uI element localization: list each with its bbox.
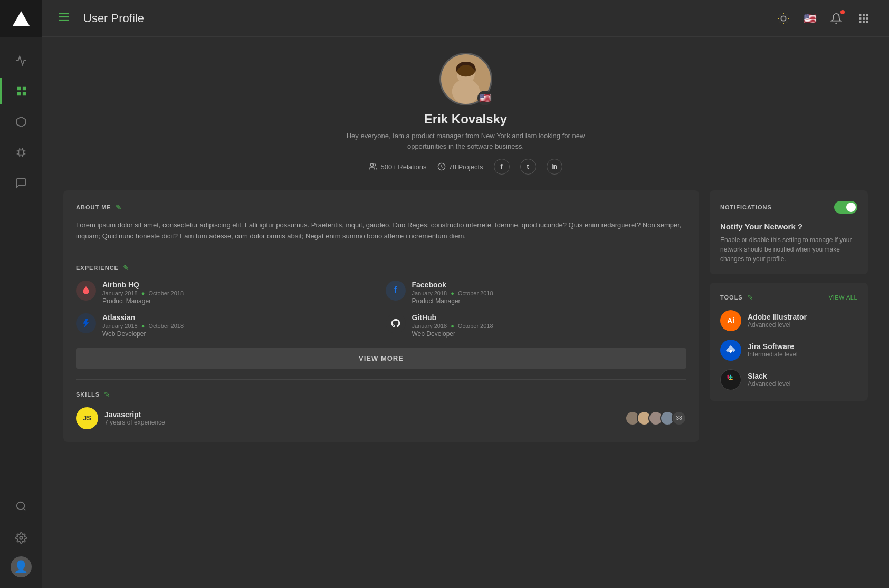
notifications-section-title: NOTIFICATIONS (720, 204, 772, 210)
apps-grid-button[interactable] (854, 9, 873, 28)
skills-section-title: SKILLS (76, 391, 100, 398)
svg-rect-18 (863, 21, 865, 23)
clock-icon (437, 162, 446, 171)
svg-rect-14 (859, 17, 862, 20)
jira-name: Jira Software (748, 342, 798, 351)
profile-avatar-wrapper: 🇺🇸 (439, 53, 492, 105)
about-text: Lorem ipsum dolor sit amet, consectetur … (76, 220, 686, 242)
javascript-badge: JS (76, 407, 98, 429)
divider-about (76, 253, 686, 253)
svg-rect-3 (23, 92, 26, 95)
bell-icon (830, 13, 842, 24)
profile-stats: 500+ Relations 78 Projects f t in (63, 159, 868, 175)
activity-icon (15, 55, 27, 66)
svg-rect-2 (17, 92, 21, 95)
profile-left-card: ABOUT ME ✎ Lorem ipsum dolor sit amet, c… (63, 190, 699, 442)
sidebar-item-chat[interactable] (0, 170, 42, 196)
sidebar-item-settings[interactable] (0, 525, 42, 551)
svg-rect-19 (866, 21, 868, 23)
endorser-count: 38 (672, 411, 686, 426)
notification-badge (840, 10, 845, 14)
sidebar-item-chip[interactable] (0, 139, 42, 166)
tools-header: TOOLS ✎ VIEW ALL (720, 293, 857, 302)
svg-rect-1 (23, 87, 26, 90)
notifications-toggle[interactable] (834, 201, 857, 214)
atlassian-dates: January 2018 ● October 2018 (102, 323, 377, 329)
facebook-name: Facebook (412, 281, 687, 289)
skills-section-header: SKILLS ✎ (76, 390, 686, 399)
sidebar-item-activity[interactable] (0, 47, 42, 74)
profile-header: 🇺🇸 Erik Kovalsky Hey everyone, Iam a pro… (63, 53, 868, 175)
experience-grid: Airbnb HQ January 2018 ● October 2018 Pr… (76, 281, 686, 338)
notify-network-description: Enable or disable this setting to manage… (720, 235, 857, 264)
notifications-card: NOTIFICATIONS Notify Your Network ? Enab… (710, 190, 868, 274)
about-section-header: ABOUT ME ✎ (76, 203, 686, 211)
airbnb-logo (76, 281, 96, 301)
svg-rect-11 (859, 14, 862, 16)
github-logo (386, 313, 406, 333)
sidebar-bottom: 👤 (0, 493, 42, 588)
jira-level: Intermediate level (748, 351, 798, 358)
experience-edit-icon[interactable]: ✎ (123, 264, 129, 272)
notifications-header: NOTIFICATIONS (720, 201, 857, 214)
sidebar-logo[interactable] (0, 0, 42, 37)
github-name: GitHub (412, 313, 687, 322)
sidebar-item-box[interactable] (0, 109, 42, 135)
relations-count: 500+ Relations (380, 163, 426, 171)
projects-count: 78 Projects (449, 163, 483, 171)
twitter-social-button[interactable]: t (520, 159, 536, 175)
projects-stat: 78 Projects (437, 162, 483, 171)
github-info: GitHub January 2018 ● October 2018 Web D… (412, 313, 687, 338)
javascript-endorsers: 38 (625, 411, 686, 426)
box-icon (15, 116, 27, 128)
svg-rect-13 (866, 14, 868, 16)
chat-icon (15, 177, 27, 189)
slack-level: Advanced level (748, 380, 790, 388)
slack-name: Slack (748, 372, 790, 380)
tools-view-all-link[interactable]: VIEW ALL (829, 294, 857, 301)
svg-point-6 (20, 536, 23, 539)
svg-rect-28 (729, 377, 732, 378)
jira-info: Jira Software Intermediate level (748, 342, 798, 358)
atlassian-name: Atlassian (102, 313, 377, 322)
tools-edit-icon[interactable]: ✎ (747, 293, 753, 302)
sidebar-item-search[interactable] (0, 493, 42, 519)
linkedin-social-button[interactable]: in (547, 159, 562, 175)
about-edit-icon[interactable]: ✎ (116, 203, 122, 211)
facebook-social-button[interactable]: f (494, 159, 510, 175)
hamburger-menu-icon[interactable] (58, 11, 70, 25)
slack-logo (720, 369, 741, 390)
atlassian-logo (76, 313, 96, 333)
header-icons: 🇺🇸 (774, 9, 873, 28)
people-icon (369, 162, 377, 171)
notification-bell-button[interactable] (827, 9, 846, 28)
settings-icon (15, 532, 27, 544)
relations-stat: 500+ Relations (369, 162, 426, 171)
skills-edit-icon[interactable]: ✎ (104, 390, 110, 399)
skill-item-javascript: JS Javascript 7 years of experience 38 (76, 407, 686, 429)
exp-item-github: GitHub January 2018 ● October 2018 Web D… (386, 313, 687, 338)
view-more-button[interactable]: VIEW MORE (76, 348, 686, 369)
header: User Profile 🇺🇸 (42, 0, 889, 37)
sidebar: 👤 (0, 0, 42, 588)
svg-rect-12 (863, 14, 865, 16)
logo-triangle-icon (13, 11, 30, 26)
apps-grid-icon (858, 13, 869, 24)
content-area: 🇺🇸 Erik Kovalsky Hey everyone, Iam a pro… (42, 37, 889, 588)
grid-icon (16, 85, 27, 97)
tools-section-header: TOOLS ✎ (720, 293, 753, 302)
sidebar-item-grid[interactable] (0, 78, 42, 104)
sidebar-nav (0, 37, 42, 493)
adobe-illustrator-logo: Ai (720, 310, 741, 331)
javascript-info: Javascript 7 years of experience (104, 410, 619, 426)
language-flag-button[interactable]: 🇺🇸 (801, 10, 818, 27)
svg-rect-15 (863, 17, 865, 20)
user-avatar-sidebar[interactable]: 👤 (11, 556, 32, 577)
theme-toggle-button[interactable] (774, 9, 793, 28)
exp-item-facebook: f Facebook January 2018 ● October 2018 P… (386, 281, 687, 305)
svg-rect-4 (18, 150, 23, 155)
svg-point-22 (452, 79, 480, 104)
svg-rect-16 (866, 17, 868, 20)
search-icon (15, 500, 27, 512)
adobe-illustrator-name: Adobe Illustrator (748, 313, 807, 321)
